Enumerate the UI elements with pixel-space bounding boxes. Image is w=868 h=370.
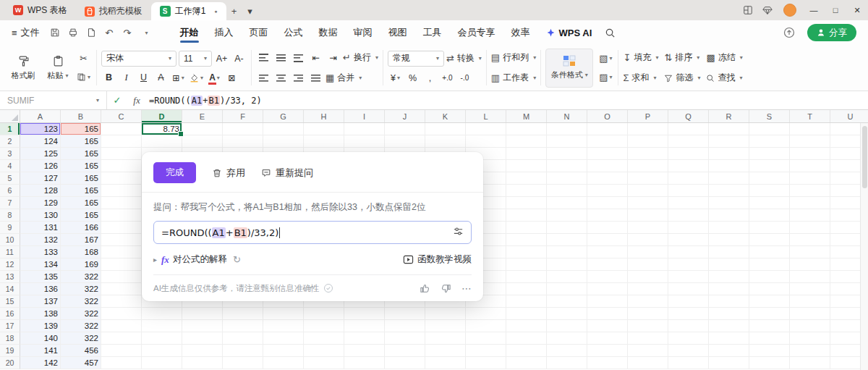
- menu-tab-4[interactable]: 公式: [276, 20, 311, 45]
- decrease-indent-button[interactable]: ⇤: [308, 50, 323, 65]
- cell-O2[interactable]: [587, 135, 628, 148]
- cell-A14[interactable]: 136: [20, 283, 61, 295]
- explain-formula-link[interactable]: 对公式的解释: [173, 253, 227, 266]
- align-left-button[interactable]: [256, 70, 271, 85]
- cell-S13[interactable]: [749, 271, 790, 283]
- comma-style-button[interactable]: ,: [422, 70, 438, 85]
- cell-S5[interactable]: [749, 172, 790, 185]
- redo-icon[interactable]: ↷: [119, 25, 135, 41]
- row-header-17[interactable]: 17: [0, 320, 20, 332]
- cell-G16[interactable]: [263, 308, 304, 320]
- cell-M14[interactable]: [506, 283, 547, 295]
- row-header-8[interactable]: 8: [0, 209, 20, 222]
- cell-S8[interactable]: [749, 209, 790, 222]
- tab-list-chevron-icon[interactable]: ▾: [242, 2, 258, 20]
- clear-format-button[interactable]: ⊠: [224, 70, 239, 85]
- cell-T3[interactable]: [790, 148, 830, 160]
- cell-A18[interactable]: 140: [20, 332, 61, 345]
- cell-J20[interactable]: [385, 357, 425, 369]
- cell-A13[interactable]: 135: [20, 271, 61, 283]
- bold-button[interactable]: B: [101, 70, 116, 85]
- cell-F17[interactable]: [223, 320, 263, 332]
- print-icon[interactable]: [65, 25, 81, 41]
- cell-I16[interactable]: [344, 308, 385, 320]
- cell-B13[interactable]: 322: [61, 271, 101, 283]
- cell-K1[interactable]: [425, 123, 466, 135]
- menu-tab-2[interactable]: 插入: [207, 20, 242, 45]
- cell-O19[interactable]: [587, 345, 628, 357]
- align-right-button[interactable]: [291, 70, 306, 85]
- cell-E16[interactable]: [182, 308, 223, 320]
- row-header-11[interactable]: 11: [0, 246, 20, 258]
- column-header-G[interactable]: G: [263, 110, 304, 122]
- cell-R18[interactable]: [709, 332, 749, 345]
- cell-C4[interactable]: [101, 160, 142, 172]
- cell-Q14[interactable]: [668, 283, 709, 295]
- menu-tab-5[interactable]: 数据: [311, 20, 346, 45]
- cell-R1[interactable]: [709, 123, 749, 135]
- cut-button[interactable]: ✂: [75, 51, 92, 66]
- name-box[interactable]: SUMIF ▾: [0, 91, 107, 109]
- workbook-tab[interactable]: S 工作簿1 ●: [151, 2, 226, 20]
- cell-G2[interactable]: [263, 135, 304, 148]
- cell-T4[interactable]: [790, 160, 830, 172]
- cell-Q4[interactable]: [668, 160, 709, 172]
- cell-M7[interactable]: [506, 197, 547, 209]
- cell-Q8[interactable]: [668, 209, 709, 222]
- cell-H19[interactable]: [304, 345, 344, 357]
- cell-R4[interactable]: [709, 160, 749, 172]
- cell-O13[interactable]: [587, 271, 628, 283]
- cell-D16[interactable]: [142, 308, 182, 320]
- increase-font-button[interactable]: A+: [214, 51, 229, 66]
- align-middle-button[interactable]: [273, 50, 289, 65]
- cell-O18[interactable]: [587, 332, 628, 345]
- cell-C9[interactable]: [101, 222, 142, 234]
- cell-C8[interactable]: [101, 209, 142, 222]
- cell-M8[interactable]: [506, 209, 547, 222]
- column-header-E[interactable]: E: [182, 110, 223, 122]
- conditional-format-button[interactable]: 条件格式▾: [545, 49, 593, 88]
- cell-M18[interactable]: [506, 332, 547, 345]
- align-center-button[interactable]: [273, 70, 289, 85]
- cell-L17[interactable]: [466, 320, 506, 332]
- cell-P10[interactable]: [628, 234, 668, 246]
- italic-button[interactable]: I: [119, 70, 134, 85]
- cell-P1[interactable]: [628, 123, 668, 135]
- cell-D2[interactable]: [142, 135, 182, 148]
- column-header-N[interactable]: N: [547, 110, 587, 122]
- cell-T8[interactable]: [790, 209, 830, 222]
- discard-button[interactable]: 弃用: [212, 167, 245, 180]
- cell-B5[interactable]: 165: [61, 172, 101, 185]
- cell-P4[interactable]: [628, 160, 668, 172]
- cell-E1[interactable]: [182, 123, 223, 135]
- cell-T11[interactable]: [790, 246, 830, 258]
- cell-T18[interactable]: [790, 332, 830, 345]
- cell-P9[interactable]: [628, 222, 668, 234]
- cell-D1[interactable]: 8.73: [142, 123, 182, 135]
- cell-P6[interactable]: [628, 185, 668, 197]
- quick-access-chevron-icon[interactable]: ▾: [139, 25, 155, 41]
- cell-R8[interactable]: [709, 209, 749, 222]
- cell-P11[interactable]: [628, 246, 668, 258]
- cell-J2[interactable]: [385, 135, 425, 148]
- cell-J17[interactable]: [385, 320, 425, 332]
- menu-tab-3[interactable]: 页面: [242, 20, 276, 45]
- paste-button[interactable]: 粘贴▾: [41, 48, 75, 88]
- cell-N16[interactable]: [547, 308, 587, 320]
- column-header-K[interactable]: K: [425, 110, 466, 122]
- cell-C19[interactable]: [101, 345, 142, 357]
- cell-R9[interactable]: [709, 222, 749, 234]
- cell-M5[interactable]: [506, 172, 547, 185]
- column-header-P[interactable]: P: [628, 110, 668, 122]
- cell-O11[interactable]: [587, 246, 628, 258]
- member-gem-icon[interactable]: [757, 0, 777, 20]
- close-button[interactable]: ✕: [846, 0, 868, 20]
- cell-H20[interactable]: [304, 357, 344, 369]
- strikethrough-button[interactable]: A: [153, 70, 169, 85]
- cell-Q9[interactable]: [668, 222, 709, 234]
- cell-L20[interactable]: [466, 357, 506, 369]
- cell-C10[interactable]: [101, 234, 142, 246]
- cell-T7[interactable]: [790, 197, 830, 209]
- cell-C1[interactable]: [101, 123, 142, 135]
- undo-icon[interactable]: ↶: [101, 25, 117, 41]
